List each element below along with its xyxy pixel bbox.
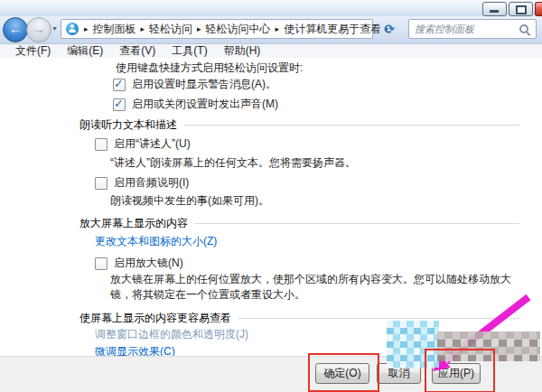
section-divider bbox=[238, 318, 519, 319]
section-hear-text-title: 朗读听力文本和描述 bbox=[79, 117, 177, 133]
dialog-button-bar: 确定(O) 取消 应用(P) bbox=[0, 356, 542, 392]
menu-file[interactable]: 文件(F) bbox=[7, 43, 59, 59]
breadcrumb-current-page[interactable]: 使计算机更易于查看 bbox=[282, 22, 383, 37]
section-hear-text: 朗读听力文本和描述 bbox=[79, 117, 519, 133]
search-icon bbox=[519, 24, 528, 33]
audio-description-label: 启用音频说明(I) bbox=[114, 175, 189, 191]
narrator-checkbox[interactable] bbox=[95, 138, 107, 151]
address-bar[interactable]: ▸ 控制面板 ▸ 轻松访问 ▸ 轻松访问中心 ▸ 使计算机更易于查看 ▼ bbox=[61, 19, 373, 39]
menu-edit[interactable]: 编辑(E) bbox=[59, 43, 111, 59]
magnifier-checkbox-row[interactable]: 启用放大镜(N) bbox=[95, 256, 183, 271]
menu-view[interactable]: 查看(V) bbox=[111, 43, 164, 59]
change-text-size-link[interactable]: 更改文本和图标的大小(Z) bbox=[95, 234, 217, 249]
breadcrumb-ease-of-access-center[interactable]: 轻松访问中心 bbox=[204, 22, 273, 37]
menu-tools[interactable]: 工具(T) bbox=[164, 43, 215, 59]
section-divider bbox=[184, 125, 519, 126]
breadcrumb-control-panel[interactable]: 控制面板 bbox=[91, 22, 138, 37]
section-divider bbox=[195, 223, 519, 224]
audio-description-checkbox-row[interactable]: 启用音频说明(I) bbox=[95, 175, 189, 191]
back-button[interactable]: ← bbox=[3, 17, 28, 42]
breadcrumb-separator: ▸ bbox=[194, 24, 204, 33]
keyboard-shortcut-intro: 使用键盘快捷方式启用轻松访问设置时: bbox=[116, 61, 303, 76]
minimize-button[interactable] bbox=[482, 2, 507, 16]
breadcrumb-separator: ▸ bbox=[138, 24, 148, 33]
menu-help[interactable]: 帮助(H) bbox=[216, 43, 269, 59]
window-controls bbox=[481, 2, 542, 16]
forward-button[interactable]: → bbox=[26, 17, 51, 42]
section-easier-to-see-title: 使屏幕上显示的内容更容易查看 bbox=[79, 311, 231, 326]
narrator-checkbox-row[interactable]: 启用“讲述人”(U) bbox=[95, 136, 191, 152]
breadcrumb-separator: ▸ bbox=[81, 24, 91, 33]
section-magnify: 放大屏幕上显示的内容 bbox=[79, 216, 519, 231]
sound-checkbox[interactable] bbox=[113, 98, 126, 111]
warning-message-checkbox-row[interactable]: 启用设置时显示警告消息(A)。 bbox=[113, 77, 276, 92]
close-button[interactable] bbox=[535, 2, 542, 16]
magnifier-description: 放大镜在屏幕上的任何位置放大，使那个区域的所有内容变大。您可以随处移动放大镜，将… bbox=[110, 272, 528, 303]
refresh-icon[interactable]: ⟳ bbox=[377, 20, 402, 39]
ok-button[interactable]: 确定(O) bbox=[315, 363, 369, 384]
warning-message-checkbox[interactable] bbox=[113, 79, 126, 91]
audio-description-checkbox[interactable] bbox=[95, 177, 107, 190]
cancel-button[interactable]: 取消 bbox=[377, 363, 421, 384]
warning-message-label: 启用设置时显示警告消息(A)。 bbox=[132, 77, 276, 92]
history-chevron-icon[interactable]: ▼ bbox=[51, 25, 58, 32]
narrator-label: 启用“讲述人”(U) bbox=[114, 136, 191, 152]
ease-of-access-icon bbox=[66, 23, 79, 35]
magnifier-label: 启用放大镜(N) bbox=[114, 256, 183, 271]
section-easier-to-see: 使屏幕上显示的内容更容易查看 bbox=[79, 311, 519, 326]
search-box[interactable] bbox=[408, 19, 537, 39]
magnifier-checkbox[interactable] bbox=[95, 257, 107, 270]
search-input[interactable] bbox=[413, 23, 519, 35]
section-magnify-title: 放大屏幕上显示的内容 bbox=[79, 216, 188, 231]
maximize-button[interactable] bbox=[509, 2, 533, 16]
breadcrumb-separator: ▸ bbox=[273, 24, 283, 33]
settings-page: 使用键盘快捷方式启用轻松访问设置时: 启用设置时显示警告消息(A)。 启用或关闭… bbox=[0, 58, 542, 356]
sound-checkbox-row[interactable]: 启用或关闭设置时发出声音(M) bbox=[113, 97, 278, 112]
navigation-bar: ← → ▼ ▸ 控制面板 ▸ 轻松访问 ▸ 轻松访问中心 ▸ 使计算机更易于查看… bbox=[0, 16, 542, 44]
menu-bar: 文件(F) 编辑(E) 查看(V) 工具(T) 帮助(H) bbox=[0, 44, 542, 58]
apply-button[interactable]: 应用(P) bbox=[432, 363, 481, 384]
audio-description-text: 朗读视频中发生的事(如果可用)。 bbox=[110, 193, 269, 209]
window-border-color-link[interactable]: 调整窗口边框的颜色和透明度(J) bbox=[95, 327, 248, 342]
sound-label: 启用或关闭设置时发出声音(M) bbox=[132, 97, 278, 112]
narrator-description: “讲述人”朗读屏幕上的任何文本。您将需要扬声器。 bbox=[110, 155, 356, 171]
breadcrumb-ease-of-access[interactable]: 轻松访问 bbox=[147, 22, 194, 37]
title-bar bbox=[0, 0, 542, 17]
